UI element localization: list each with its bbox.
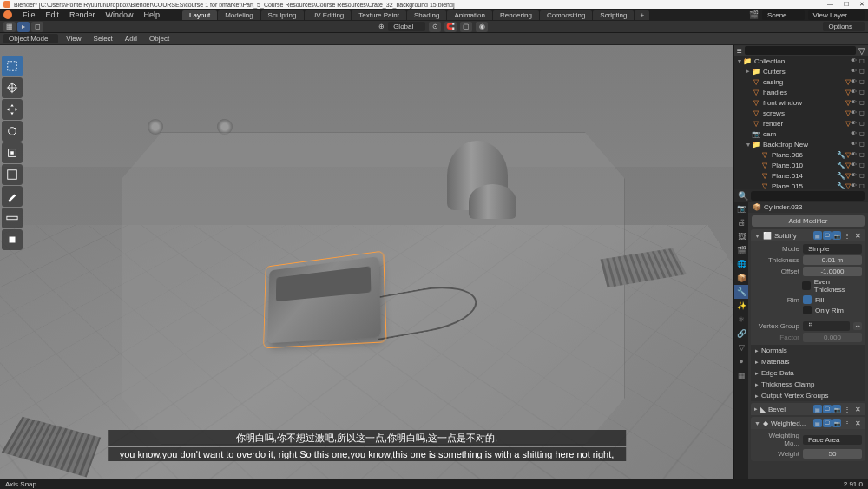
- restrict-icon[interactable]: ◻: [859, 68, 866, 75]
- outliner-row[interactable]: ▼📁Collection👁◻: [734, 56, 868, 66]
- crate-object[interactable]: [267, 256, 381, 343]
- outliner-row[interactable]: ▽Plane.006🔧▽👁◻: [734, 149, 868, 160]
- restrict-icon[interactable]: ◻: [859, 89, 866, 96]
- outliner-row[interactable]: ▽front window▽👁◻: [734, 97, 868, 108]
- tool-rotate[interactable]: [2, 121, 23, 142]
- outliner-row[interactable]: ▼📁Backdrop New👁◻: [734, 139, 868, 149]
- outliner-row[interactable]: ▽Plane.014🔧▽👁◻: [734, 170, 868, 181]
- menu-add[interactable]: Add: [121, 35, 141, 43]
- mod-delete-button[interactable]: ✕: [853, 232, 862, 240]
- viewport-3d[interactable]: User Perspective (16) Scene Collection |…: [0, 45, 733, 479]
- mod-menu-icon[interactable]: ⋮: [844, 406, 851, 413]
- scene-selector[interactable]: Scene: [762, 10, 805, 20]
- mod-menu-icon[interactable]: ⋮: [844, 420, 851, 427]
- eye-icon[interactable]: 👁: [851, 162, 858, 169]
- sub-edgedata[interactable]: ▸Edge Data: [751, 367, 865, 379]
- modifier-bevel-header[interactable]: ▸ ◣ Bevel ▤ 🖵 📷 ⋮ ✕: [751, 403, 865, 415]
- eye-icon[interactable]: 👁: [851, 89, 858, 96]
- outliner-row[interactable]: ▽render▽👁◻: [734, 118, 868, 129]
- prop-tab-particles[interactable]: ✨: [734, 299, 748, 313]
- chevron-down-icon[interactable]: ▼: [754, 233, 760, 239]
- tool-measure[interactable]: [2, 208, 23, 228]
- sub-thicknessclamp[interactable]: ▸Thickness Clamp: [751, 379, 865, 390]
- eye-icon[interactable]: 👁: [851, 141, 858, 148]
- prop-tab-physics[interactable]: ⚛: [734, 313, 748, 327]
- outliner-row[interactable]: 📷cam👁◻: [734, 129, 868, 139]
- prop-tab-modifiers[interactable]: 🔧: [734, 285, 748, 299]
- eye-icon[interactable]: 👁: [851, 120, 858, 127]
- outliner-search-2[interactable]: [751, 191, 865, 201]
- restrict-icon[interactable]: ◻: [859, 182, 866, 189]
- tab-sculpting[interactable]: Sculpting: [261, 10, 304, 20]
- restrict-icon[interactable]: ◻: [859, 172, 866, 179]
- restrict-icon[interactable]: ◻: [859, 141, 866, 148]
- weighted-delete-button[interactable]: ✕: [853, 420, 862, 427]
- mode-dropdown[interactable]: Simple: [803, 244, 862, 254]
- tool-transform[interactable]: [2, 164, 23, 185]
- outliner-row[interactable]: ▽screws▽👁◻: [734, 108, 868, 118]
- eye-icon[interactable]: 👁: [851, 151, 858, 158]
- mod-toggle-render[interactable]: 📷: [832, 231, 841, 240]
- prop-tab-texture[interactable]: ▦: [734, 368, 748, 382]
- even-thickness-checkbox[interactable]: [802, 281, 811, 290]
- prop-tab-constraints[interactable]: 🔗: [734, 327, 748, 340]
- thickness-value[interactable]: 0.01 m: [803, 255, 862, 265]
- weighted-toggle-render[interactable]: 📷: [832, 419, 841, 427]
- mode-dropdown[interactable]: Object Mode: [3, 34, 58, 43]
- outliner-type-icon[interactable]: ≡: [737, 46, 742, 56]
- sub-materials[interactable]: ▸Materials: [751, 356, 865, 367]
- sub-normals[interactable]: ▸Normals: [751, 345, 865, 356]
- prop-tab-scene[interactable]: 🎬: [734, 243, 748, 257]
- bevel-delete-button[interactable]: ✕: [853, 406, 862, 413]
- eye-icon[interactable]: 👁: [851, 68, 858, 75]
- menu-object[interactable]: Object: [145, 35, 174, 43]
- weighting-mode-dropdown[interactable]: Face Area: [803, 435, 862, 445]
- maximize-button[interactable]: ☐: [844, 1, 849, 8]
- eye-icon[interactable]: 👁: [851, 78, 858, 85]
- tool-annotate[interactable]: [2, 186, 23, 207]
- weighted-toggle-edit[interactable]: ▤: [813, 419, 822, 427]
- only-rim-checkbox[interactable]: [803, 306, 812, 314]
- eye-icon[interactable]: 👁: [851, 57, 858, 64]
- options-dropdown[interactable]: Options: [823, 22, 865, 31]
- mod-toggle-display[interactable]: 🖵: [823, 231, 832, 240]
- eye-icon[interactable]: 👁: [851, 109, 858, 116]
- pivot-icon[interactable]: ⊙: [429, 22, 441, 32]
- viewlayer-selector[interactable]: View Layer: [808, 10, 865, 20]
- menu-select[interactable]: Select: [89, 35, 117, 43]
- outliner-row[interactable]: ▽Plane.010🔧▽👁◻: [734, 160, 868, 170]
- weight-value[interactable]: 50: [803, 449, 862, 459]
- cursor-tool-icon[interactable]: ▸: [17, 22, 30, 32]
- bevel-toggle-render[interactable]: 📷: [832, 405, 841, 413]
- menu-edit[interactable]: Edit: [41, 10, 65, 19]
- eye-icon[interactable]: 👁: [851, 130, 858, 137]
- chevron-right-icon[interactable]: ▸: [754, 406, 758, 413]
- prop-tab-output[interactable]: 🖨: [734, 215, 748, 229]
- tab-scripting[interactable]: Scripting: [593, 10, 634, 20]
- outliner-row[interactable]: ▽Plane.015🔧▽👁◻: [734, 181, 868, 189]
- prop-tab-render[interactable]: 📷: [734, 202, 748, 215]
- tab-rendering[interactable]: Rendering: [493, 10, 539, 20]
- restrict-icon[interactable]: ◻: [859, 78, 866, 85]
- twisty-icon[interactable]: ▼: [736, 58, 743, 64]
- snap-icon[interactable]: 🧲: [444, 22, 457, 32]
- tab-modeling[interactable]: Modeling: [218, 10, 260, 20]
- filter-icon[interactable]: ▽: [858, 46, 865, 56]
- restrict-icon[interactable]: ◻: [859, 162, 866, 169]
- twisty-icon[interactable]: ▼: [745, 142, 752, 148]
- restrict-icon[interactable]: ◻: [859, 130, 866, 137]
- outliner-search-input[interactable]: [745, 46, 856, 55]
- restrict-icon[interactable]: ◻: [859, 109, 866, 116]
- outliner-row[interactable]: ▸📁Cutters👁◻: [734, 66, 868, 76]
- prop-tab-world[interactable]: 🌐: [734, 257, 748, 271]
- tab-compositing[interactable]: Compositing: [540, 10, 592, 20]
- tab-add-workspace[interactable]: +: [635, 10, 649, 20]
- tool-addcube[interactable]: [2, 229, 23, 250]
- tab-texpaint[interactable]: Texture Paint: [352, 10, 406, 20]
- tool-cursor[interactable]: [2, 77, 23, 98]
- outliner-row[interactable]: ▽casing▽👁◻: [734, 76, 868, 87]
- add-modifier-button[interactable]: Add Modifier: [752, 215, 865, 227]
- chevron-down-icon[interactable]: ▼: [754, 420, 760, 426]
- sub-outputvg[interactable]: ▸Output Vertex Groups: [751, 390, 865, 401]
- weighted-toggle-display[interactable]: 🖵: [823, 419, 832, 427]
